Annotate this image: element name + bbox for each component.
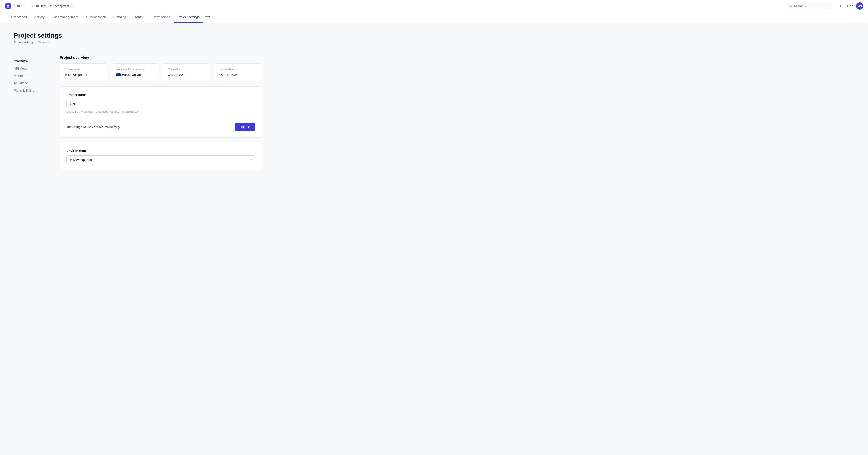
breadcrumb-sep-1: /: [14, 4, 15, 8]
project-selector[interactable]: Test: [35, 4, 46, 8]
environment-card-value: Development: [65, 73, 102, 77]
svg-marker-4: [840, 5, 842, 7]
environment-select[interactable]: Development ▾: [66, 155, 255, 164]
env-badge-label: Development: [53, 4, 69, 7]
last-updated-card: Last updated on Oct 14, 2024: [214, 63, 262, 81]
environment-card: Environment Development: [60, 63, 107, 81]
update-button[interactable]: Update: [235, 123, 255, 131]
last-updated-value: Oct 14, 2024: [219, 73, 256, 77]
search-box[interactable]: [786, 2, 832, 9]
breadcrumb: Project settings / Overview: [14, 41, 854, 44]
sidebar: Overview API Keys Members Advanced Plans…: [14, 56, 51, 171]
search-icon: [789, 4, 792, 7]
page-title: Project settings: [14, 32, 854, 39]
arrow-indicator: [203, 14, 212, 20]
project-name-label: Project name: [66, 93, 255, 97]
tab-permissions[interactable]: Permissions: [149, 12, 174, 23]
project-name-hint: Changing the project's name does not aff…: [66, 110, 255, 113]
form-footer-text: The change will be effective immediately: [66, 125, 120, 129]
env-badge[interactable]: Development: [48, 4, 74, 8]
tab-get-started[interactable]: Get started: [7, 12, 31, 23]
last-updated-label: Last updated on: [219, 68, 256, 71]
play-button[interactable]: [838, 3, 844, 9]
help-button[interactable]: Help: [847, 4, 853, 7]
env-chevron-icon: [70, 5, 72, 7]
environment-section-label: Environment: [66, 149, 255, 152]
sidebar-item-plans-billing[interactable]: Plans & Billing: [14, 87, 51, 94]
breadcrumb-current: Overview: [38, 41, 50, 44]
created-at-card: Created at Oct 14, 2024: [162, 63, 210, 81]
folder-icon: [17, 4, 20, 7]
project-name: Test: [40, 4, 46, 8]
sidebar-item-api-keys[interactable]: API Keys: [14, 65, 51, 72]
logo[interactable]: [5, 2, 11, 9]
environment-card-label: Environment: [65, 68, 102, 71]
tab-project-settings[interactable]: Project settings: [174, 12, 203, 23]
breadcrumb-sep-2: /: [32, 4, 33, 8]
content-area: Project overview Environment Development…: [60, 56, 262, 171]
created-at-value: Oct 14, 2024: [168, 73, 205, 77]
project-name-footer: The change will be effective immediately…: [66, 118, 255, 131]
created-at-label: Created at: [168, 68, 205, 71]
env-select-dot: [70, 159, 72, 161]
overview-cards: Environment Development Personal Data Lo…: [60, 63, 262, 81]
sidebar-item-members[interactable]: Members: [14, 72, 51, 80]
page-header: Project settings Project settings / Over…: [0, 23, 868, 51]
tab-branding[interactable]: Branding: [110, 12, 130, 23]
topbar-divider: [835, 3, 835, 9]
project-name-input[interactable]: [66, 99, 255, 108]
personal-data-location-card: Personal Data Location 🇪🇺 European Union: [111, 63, 159, 81]
sidebar-item-overview[interactable]: Overview: [14, 57, 51, 65]
chevron-down-icon: [27, 4, 30, 7]
avatar[interactable]: CN: [856, 2, 863, 10]
svg-rect-2: [36, 5, 38, 7]
environment-section: Environment Development ▾: [60, 142, 262, 171]
tab-activity[interactable]: Activity: [31, 12, 48, 23]
overview-section-title: Project overview: [60, 56, 262, 60]
tab-oauth2[interactable]: OAuth 2: [130, 12, 149, 23]
topbar-right: Help CN: [786, 2, 863, 10]
env-chevron-down-icon: ▾: [250, 158, 252, 161]
sidebar-item-advanced[interactable]: Advanced: [14, 80, 51, 87]
search-input[interactable]: [794, 4, 830, 7]
secondary-nav: Get started Activity User management Aut…: [0, 12, 868, 23]
svg-point-1: [7, 6, 9, 7]
tab-user-management[interactable]: User management: [48, 12, 82, 23]
breadcrumb-separator: /: [36, 41, 36, 44]
svg-point-0: [7, 4, 9, 6]
main-content: Overview API Keys Members Advanced Plans…: [0, 51, 276, 180]
project-name-section: Project name Changing the project's name…: [60, 86, 262, 138]
environment-select-value: Development: [70, 158, 92, 162]
env-dot: [50, 5, 52, 7]
workspace-name: CB: [21, 4, 26, 8]
personal-data-label: Personal Data Location: [117, 68, 154, 71]
breadcrumb-link[interactable]: Project settings: [14, 41, 34, 44]
project-icon: [35, 4, 39, 8]
topbar: / CB / Test Development Help CN: [0, 0, 868, 12]
workspace-selector[interactable]: CB: [17, 4, 30, 8]
eu-flag-icon: 🇪🇺: [117, 73, 121, 76]
personal-data-value: 🇪🇺 European Union: [117, 73, 154, 77]
environment-dot: [65, 74, 67, 76]
tab-authentication[interactable]: Authentication: [82, 12, 110, 23]
